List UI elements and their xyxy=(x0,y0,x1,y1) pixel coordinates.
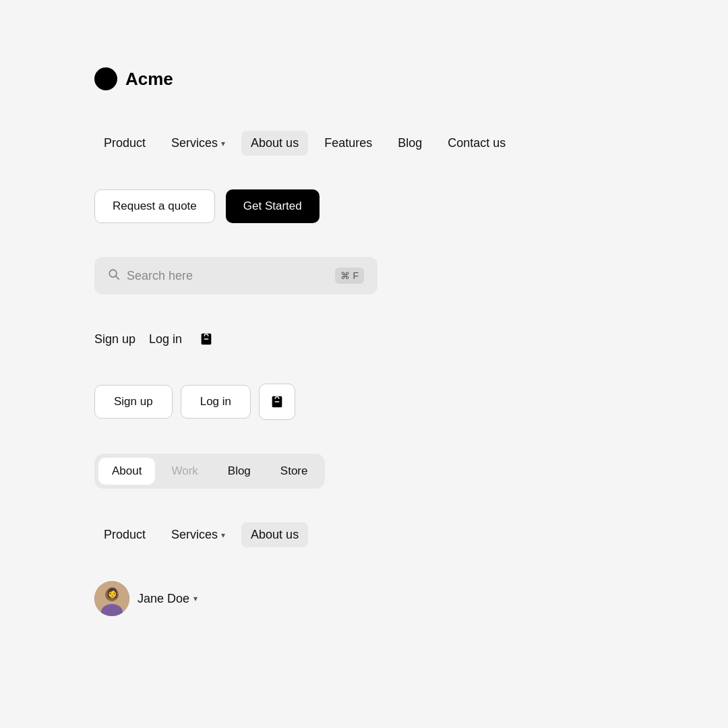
signup-link[interactable]: Sign up xyxy=(94,332,135,346)
nav2-item-services[interactable]: Services ▾ xyxy=(162,522,235,547)
tab-blog[interactable]: Blog xyxy=(214,458,264,485)
svg-line-1 xyxy=(116,276,119,279)
request-quote-button[interactable]: Request a quote xyxy=(94,189,215,223)
nav-item-services[interactable]: Services ▾ xyxy=(162,131,235,156)
search-icon xyxy=(108,268,120,284)
tab-about[interactable]: About xyxy=(98,458,155,485)
primary-nav: Product Services ▾ About us Features Blo… xyxy=(94,131,634,156)
nav-item-product[interactable]: Product xyxy=(94,131,155,156)
avatar: 👩 xyxy=(94,581,129,616)
shortcut-key: F xyxy=(353,270,359,281)
chevron-down-icon: ▾ xyxy=(221,139,225,148)
search-bar[interactable]: Search here ⌘ F xyxy=(94,257,377,295)
get-started-button[interactable]: Get Started xyxy=(226,189,320,223)
tabs-container: About Work Blog Store xyxy=(94,454,325,489)
chevron-down-icon-2: ▾ xyxy=(221,530,225,540)
secondary-nav: Product Services ▾ About us xyxy=(94,522,634,547)
logo-icon xyxy=(94,67,117,90)
logo-text: Acme xyxy=(125,69,173,90)
cmd-icon: ⌘ xyxy=(340,270,350,281)
auth-inline: Sign up Log in xyxy=(94,328,634,350)
user-name-button[interactable]: Jane Doe ▾ xyxy=(138,592,198,606)
auth-buttons: Sign up Log in xyxy=(94,384,634,420)
tab-work[interactable]: Work xyxy=(158,458,211,485)
nav-item-about[interactable]: About us xyxy=(241,131,308,156)
tab-store[interactable]: Store xyxy=(267,458,322,485)
tabs-section: About Work Blog Store xyxy=(94,454,634,489)
login-link[interactable]: Log in xyxy=(149,332,182,346)
nav2-item-product[interactable]: Product xyxy=(94,522,155,547)
nav-item-features[interactable]: Features xyxy=(315,131,382,156)
nav2-item-about[interactable]: About us xyxy=(241,522,308,547)
nav-item-blog[interactable]: Blog xyxy=(388,131,431,156)
search-shortcut: ⌘ F xyxy=(335,268,364,284)
nav-item-contact[interactable]: Contact us xyxy=(438,131,515,156)
cta-buttons: Request a quote Get Started xyxy=(94,189,634,223)
signup-button[interactable]: Sign up xyxy=(94,385,173,419)
search-placeholder: Search here xyxy=(127,269,193,283)
logo: Acme xyxy=(94,67,634,90)
search-section: Search here ⌘ F xyxy=(94,257,634,295)
user-name-text: Jane Doe xyxy=(138,592,189,606)
svg-text:👩: 👩 xyxy=(107,587,119,599)
user-chevron-icon: ▾ xyxy=(193,594,198,603)
user-profile: 👩 Jane Doe ▾ xyxy=(94,581,634,616)
cart-icon-inline[interactable] xyxy=(195,328,217,350)
login-button[interactable]: Log in xyxy=(181,385,251,419)
cart-button[interactable] xyxy=(259,384,295,420)
